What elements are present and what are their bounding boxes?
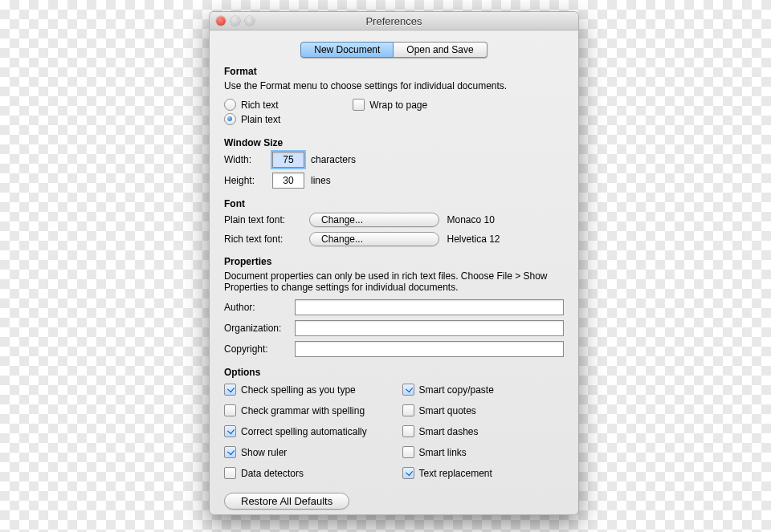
checkbox-option[interactable] (224, 384, 236, 396)
plain-font-value: Monaco 10 (447, 214, 565, 225)
checkbox-option-label: Smart dashes (419, 426, 479, 437)
format-help: Use the Format menu to choose settings f… (224, 80, 564, 91)
height-input[interactable] (272, 173, 304, 189)
options-heading: Options (224, 367, 564, 378)
checkbox-option[interactable] (402, 425, 414, 437)
preferences-window: Preferences New Document Open and Save F… (209, 11, 579, 515)
section-window-size: Window Size Width: characters Height: li… (224, 137, 564, 189)
checkbox-option-label: Show ruler (241, 447, 287, 458)
section-properties: Properties Document properties can only … (224, 256, 564, 357)
window-size-heading: Window Size (224, 137, 564, 148)
properties-help: Document properties can only be used in … (224, 270, 564, 293)
section-format: Format Use the Format menu to choose set… (224, 66, 564, 128)
width-unit: characters (311, 154, 564, 165)
plain-font-label: Plain text font: (224, 214, 301, 225)
window-body: New Document Open and Save Format Use th… (210, 30, 578, 521)
checkbox-wrap-to-page[interactable] (353, 99, 365, 111)
organization-label: Organization: (224, 323, 288, 334)
checkbox-option[interactable] (402, 467, 414, 479)
checkbox-option-label: Smart copy/paste (419, 384, 494, 396)
organization-field[interactable] (295, 320, 564, 336)
tab-new-document[interactable]: New Document (300, 42, 394, 58)
checkbox-option-label: Check grammar with spelling (241, 405, 365, 416)
checkbox-option-label: Smart links (419, 447, 467, 458)
tab-open-and-save[interactable]: Open and Save (394, 42, 487, 58)
rich-font-label: Rich text font: (224, 234, 301, 245)
window-title: Preferences (210, 15, 578, 27)
checkbox-option-label: Check spelling as you type (241, 384, 356, 396)
format-heading: Format (224, 66, 564, 77)
width-label: Width: (224, 154, 266, 165)
checkbox-option[interactable] (402, 404, 414, 416)
section-font: Font Plain text font: Change... Monaco 1… (224, 198, 564, 246)
change-rich-font-button[interactable]: Change... (309, 232, 439, 246)
checkbox-option[interactable] (224, 467, 236, 479)
section-options: Options Check spelling as you typeSmart … (224, 367, 564, 481)
radio-plain-text[interactable] (224, 113, 236, 125)
radio-rich-text[interactable] (224, 99, 236, 111)
author-label: Author: (224, 302, 288, 313)
checkbox-option[interactable] (402, 446, 414, 458)
width-input[interactable] (272, 152, 304, 168)
checkbox-option[interactable] (402, 384, 414, 396)
author-field[interactable] (295, 299, 564, 315)
radio-plain-text-label: Plain text (241, 114, 280, 125)
radio-rich-text-label: Rich text (241, 99, 279, 111)
font-heading: Font (224, 198, 564, 209)
titlebar[interactable]: Preferences (210, 12, 578, 30)
change-plain-font-button[interactable]: Change... (309, 213, 439, 227)
height-label: Height: (224, 175, 266, 186)
checkbox-option-label: Data detectors (241, 468, 304, 479)
properties-heading: Properties (224, 256, 564, 267)
copyright-field[interactable] (295, 341, 564, 357)
height-unit: lines (311, 175, 564, 186)
footer: Restore All Defaults (224, 493, 564, 510)
checkbox-wrap-to-page-label: Wrap to page (369, 99, 427, 111)
tab-bar: New Document Open and Save (224, 42, 564, 58)
checkbox-option-label: Text replacement (419, 468, 492, 479)
checkbox-option-label: Correct spelling automatically (241, 426, 367, 437)
restore-defaults-button[interactable]: Restore All Defaults (224, 493, 349, 510)
copyright-label: Copyright: (224, 343, 288, 355)
checkbox-option-label: Smart quotes (419, 405, 476, 416)
rich-font-value: Helvetica 12 (447, 234, 565, 245)
checkbox-option[interactable] (224, 404, 236, 416)
checkbox-option[interactable] (224, 446, 236, 458)
checkbox-option[interactable] (224, 425, 236, 437)
